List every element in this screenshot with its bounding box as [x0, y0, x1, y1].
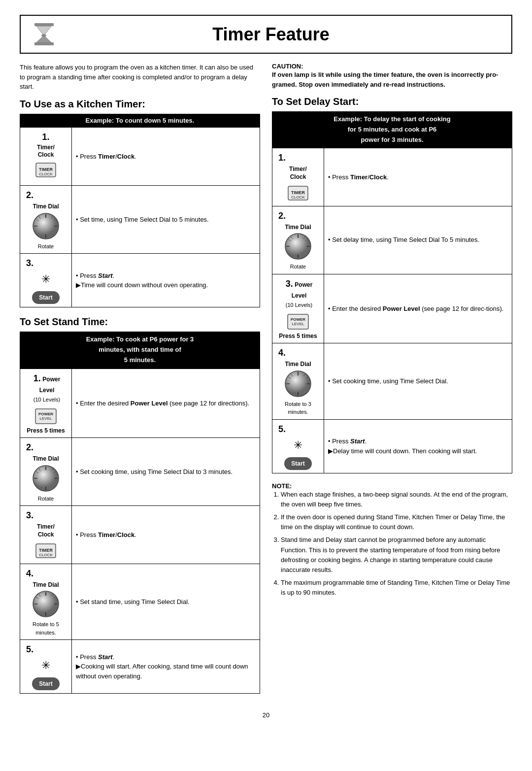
delay-step-2-cell: 2. Time Dial: [272, 206, 324, 274]
table-row: 3. Power Level(10 Levels) POWER LEVEL Pr…: [272, 274, 512, 343]
stand-step-5-cell: 5. ✳ Start: [20, 640, 72, 694]
svg-text:CLOCK: CLOCK: [39, 553, 53, 557]
stand-step-3-desc: • Press Timer/Clock.: [72, 506, 260, 564]
delay-step-5-content: 5. ✳ Start: [276, 423, 320, 470]
svg-text:LEVEL: LEVEL: [292, 322, 304, 326]
page-title: Timer Feature: [67, 24, 501, 45]
stand-time-example: Example: To cook at P6 power for 3minute…: [20, 332, 260, 368]
sun-icon-5: ✳: [41, 657, 50, 673]
step-3-desc: • Press Start.▶Time will count down with…: [72, 254, 260, 307]
list-item: Stand time and Delay start cannot be pro…: [281, 535, 512, 575]
svg-text:TIMER: TIMER: [39, 548, 53, 553]
intro-text: This feature allows you to program the o…: [20, 63, 260, 92]
delay-step-2-content: 2. Time Dial: [276, 209, 320, 271]
main-content: This feature allows you to program the o…: [20, 63, 512, 703]
svg-rect-0: [34, 23, 54, 26]
page-number: 20: [20, 711, 512, 719]
list-item: The maximum programmable time of Standin…: [281, 578, 512, 598]
delay-step-3-desc: • Enter the desired Power Level (see pag…: [324, 274, 512, 343]
delay-start-example: Example: To delay the start of cookingfo…: [272, 111, 512, 148]
note-label: NOTE:: [272, 482, 512, 490]
delay-step-4-desc: • Set cooking time, using Time Select Di…: [324, 343, 512, 420]
table-row: 2. Time Dial: [272, 206, 512, 274]
table-row: 2. Time Dial: [20, 186, 260, 254]
stand-step-1-content: 1. Power Level(10 Levels) POWER LEVEL Pr…: [24, 372, 67, 435]
step-1-content: 1. Timer/Clock TIMER CLOCK: [24, 131, 67, 183]
stand-step-5-content: 5. ✳ Start: [24, 643, 67, 690]
step-3-cell: 3. ✳ Start: [20, 254, 72, 307]
power-level-icon: POWER LEVEL: [33, 407, 58, 426]
table-row: 3. ✳ Start • Press Start.▶Time will coun…: [20, 254, 260, 307]
caution-label: CAUTION:: [272, 63, 512, 70]
knob-icon-4: [32, 590, 60, 618]
kitchen-timer-example: Example: To count down 5 minutes.: [20, 114, 260, 127]
stand-time-table: 1. Power Level(10 Levels) POWER LEVEL Pr…: [20, 369, 260, 694]
delay-step-3-content: 3. Power Level(10 Levels) POWER LEVEL Pr…: [276, 277, 320, 340]
start-button-display-5: Start: [32, 677, 59, 690]
stand-step-1-desc: • Enter the desired Power Level (see pag…: [72, 369, 260, 438]
stand-step-5-desc: • Press Start.▶Cooking will start. After…: [72, 640, 260, 694]
delay-start-table: 1. Timer/Clock TIMER CLOCK • Press Timer…: [272, 148, 512, 473]
svg-text:POWER: POWER: [38, 412, 53, 416]
svg-text:LEVEL: LEVEL: [40, 416, 52, 421]
stand-step-4-cell: 4. Time Dial: [20, 564, 72, 640]
stand-step-2-content: 2. Time Dial: [24, 441, 67, 503]
kitchen-timer-table: 1. Timer/Clock TIMER CLOCK • Press Timer…: [20, 127, 260, 308]
delay-step-5-cell: 5. ✳ Start: [272, 419, 324, 473]
timer-clock-icon-3: TIMER CLOCK: [33, 542, 58, 561]
stand-step-1-cell: 1. Power Level(10 Levels) POWER LEVEL Pr…: [20, 369, 72, 438]
stand-step-4-content: 4. Time Dial: [24, 567, 67, 637]
stand-step-4-desc: • Set stand time, using Time Select Dial…: [72, 564, 260, 640]
page-header: Timer Feature: [20, 15, 512, 54]
delay-step-1-desc: • Press Timer/Clock.: [324, 148, 512, 206]
delay-step-1-content: 1. Timer/Clock TIMER CLOCK: [276, 151, 320, 202]
delay-step-5-desc: • Press Start.▶Delay time will count dow…: [324, 419, 512, 473]
knob-icon-d4: [284, 369, 312, 398]
start-button-display-d5: Start: [284, 457, 311, 470]
delay-step-2-desc: • Set delay time, using Time Select Dial…: [324, 206, 512, 274]
power-level-icon-d3: POWER LEVEL: [286, 313, 310, 332]
list-item: If the oven door is opened during Stand …: [281, 512, 512, 532]
sun-icon: ✳: [41, 271, 50, 287]
step-3-content: 3. ✳ Start: [24, 257, 67, 304]
caution-block: CAUTION: If oven lamp is lit while using…: [272, 63, 512, 89]
note-list: When each stage finishes, a two-beep sig…: [272, 490, 512, 598]
stand-step-3-content: 3. Timer/Clock TIMER CLOCK: [24, 509, 67, 560]
timer-clock-icon-d1: TIMER CLOCK: [286, 184, 310, 203]
note-section: NOTE: When each stage finishes, a two-be…: [272, 482, 512, 598]
step-2-content: 2. Time Dial: [24, 189, 67, 250]
timer-clock-icon: TIMER CLOCK: [33, 161, 58, 180]
svg-text:TIMER: TIMER: [291, 190, 305, 195]
left-column: This feature allows you to program the o…: [20, 63, 260, 703]
svg-text:POWER: POWER: [291, 317, 305, 322]
list-item: When each stage finishes, a two-beep sig…: [281, 490, 512, 509]
table-row: 5. ✳ Start • Press Start.▶Delay time wil…: [272, 419, 512, 473]
svg-text:CLOCK: CLOCK: [39, 172, 53, 176]
knob-icon-2: [32, 464, 60, 493]
step-1-desc: • Press Timer/Clock.: [72, 127, 260, 186]
knob-icon-d2: [284, 232, 312, 261]
table-row: 3. Timer/Clock TIMER CLOCK • Press Timer…: [20, 506, 260, 564]
table-row: 4. Time Dial: [272, 343, 512, 420]
svg-rect-1: [34, 42, 54, 45]
delay-step-1-cell: 1. Timer/Clock TIMER CLOCK: [272, 148, 324, 206]
stand-step-2-desc: • Set cooking time, using Time Select Di…: [72, 438, 260, 506]
step-1-cell: 1. Timer/Clock TIMER CLOCK: [20, 127, 72, 186]
hourglass-icon: [31, 21, 58, 48]
sun-icon-d5: ✳: [294, 437, 302, 453]
table-row: 1. Power Level(10 Levels) POWER LEVEL Pr…: [20, 369, 260, 438]
right-column: CAUTION: If oven lamp is lit while using…: [272, 63, 512, 703]
delay-step-3-cell: 3. Power Level(10 Levels) POWER LEVEL Pr…: [272, 274, 324, 343]
svg-point-2: [41, 34, 46, 37]
delay-step-4-cell: 4. Time Dial: [272, 343, 324, 420]
step-2-desc: • Set time, using Time Select Dial to 5 …: [72, 186, 260, 254]
table-row: 1. Timer/Clock TIMER CLOCK • Press Timer…: [272, 148, 512, 206]
table-row: 5. ✳ Start • Press Start.▶Cooking will s…: [20, 640, 260, 694]
table-row: 1. Timer/Clock TIMER CLOCK • Press Timer…: [20, 127, 260, 186]
table-row: 2. Time Dial: [20, 438, 260, 506]
knob-icon: [32, 212, 60, 240]
caution-text: If oven lamp is lit while using the time…: [272, 70, 512, 89]
start-button-display: Start: [32, 291, 59, 304]
stand-step-3-cell: 3. Timer/Clock TIMER CLOCK: [20, 506, 72, 564]
kitchen-timer-title: To Use as a Kitchen Timer:: [20, 99, 260, 110]
